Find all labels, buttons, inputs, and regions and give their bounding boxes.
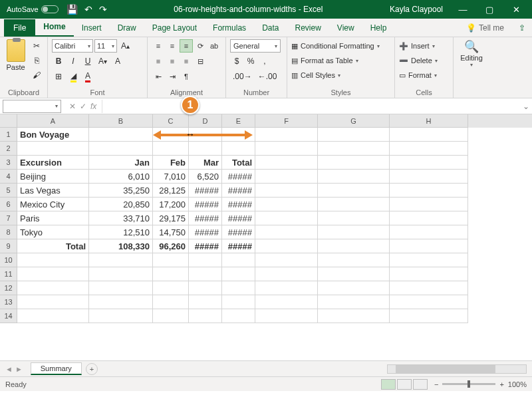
cell[interactable]: Las Vegas xyxy=(17,184,89,198)
page-layout-view-button[interactable] xyxy=(397,379,412,390)
cell[interactable]: Bon Voyage xyxy=(17,128,89,142)
align-left-button[interactable]: ≡ xyxy=(152,55,165,68)
cell[interactable]: Beijing xyxy=(17,170,89,184)
increase-decimal-button[interactable]: .00→ xyxy=(230,70,255,83)
cell[interactable]: Paris xyxy=(17,211,89,225)
add-sheet-button[interactable]: + xyxy=(86,363,98,375)
cell[interactable] xyxy=(189,295,222,309)
cell-styles-button[interactable]: ▥Cell Styles▾ xyxy=(291,68,390,82)
cell[interactable] xyxy=(318,211,390,225)
cell[interactable] xyxy=(89,267,153,281)
underline-button[interactable]: U xyxy=(81,55,94,68)
wrap-text-button[interactable]: ab xyxy=(207,39,221,53)
cell[interactable] xyxy=(390,142,468,156)
font-color-button[interactable]: A xyxy=(81,70,94,83)
cell[interactable]: 96,260 xyxy=(153,239,189,253)
cell[interactable] xyxy=(89,253,153,267)
tab-page-layout[interactable]: Page Layout xyxy=(144,19,205,37)
column-header-d[interactable]: D xyxy=(189,114,222,128)
cell[interactable] xyxy=(89,281,153,295)
cell[interactable] xyxy=(318,142,390,156)
cell[interactable]: 7,010 xyxy=(153,170,189,184)
cell[interactable] xyxy=(89,142,153,156)
decrease-decimal-button[interactable]: ←.00 xyxy=(255,70,280,83)
tab-file[interactable]: File xyxy=(4,19,35,37)
comma-button[interactable]: , xyxy=(258,55,271,68)
close-button[interactable]: ✕ xyxy=(503,0,529,19)
row-header[interactable]: 12 xyxy=(0,281,17,295)
cell[interactable] xyxy=(255,281,318,295)
redo-icon[interactable]: ↷ xyxy=(99,4,107,15)
align-center-button[interactable]: ≡ xyxy=(166,55,179,68)
cell[interactable] xyxy=(153,128,189,142)
formula-input[interactable] xyxy=(102,100,520,113)
cell[interactable]: 29,175 xyxy=(153,211,189,225)
increase-font-button[interactable]: A▴ xyxy=(118,39,132,53)
row-header[interactable]: 6 xyxy=(0,198,17,211)
cell[interactable]: ##### xyxy=(189,184,222,198)
cell[interactable] xyxy=(153,281,189,295)
expand-formula-bar-icon[interactable]: ⌄ xyxy=(520,102,532,111)
cell[interactable]: Mexico City xyxy=(17,198,89,211)
insert-cells-button[interactable]: ➕Insert▾ xyxy=(399,39,449,53)
cell[interactable] xyxy=(390,281,468,295)
autosave-toggle[interactable]: AutoSave xyxy=(7,5,59,13)
bold-button[interactable]: B xyxy=(52,55,65,68)
increase-indent-button[interactable]: ⇥ xyxy=(166,70,179,83)
cell[interactable]: ##### xyxy=(222,184,255,198)
cell[interactable] xyxy=(189,253,222,267)
cell[interactable] xyxy=(318,128,390,142)
row-header[interactable]: 13 xyxy=(0,295,17,309)
cell[interactable] xyxy=(189,142,222,156)
align-top-button[interactable]: ≡ xyxy=(152,39,165,53)
cell[interactable] xyxy=(255,198,318,211)
cell[interactable] xyxy=(17,281,89,295)
cell[interactable] xyxy=(390,170,468,184)
cell[interactable] xyxy=(189,267,222,281)
cell[interactable] xyxy=(222,281,255,295)
currency-button[interactable]: $ xyxy=(230,55,243,68)
cell[interactable]: 14,750 xyxy=(153,225,189,239)
cell[interactable] xyxy=(153,267,189,281)
cell[interactable] xyxy=(153,295,189,309)
tab-formulas[interactable]: Formulas xyxy=(205,19,254,37)
cell[interactable] xyxy=(390,198,468,211)
cell[interactable]: 17,200 xyxy=(153,198,189,211)
cell[interactable] xyxy=(318,267,390,281)
fill-color-button[interactable]: ◢ xyxy=(66,70,80,83)
row-header[interactable]: 2 xyxy=(0,142,17,156)
tab-insert[interactable]: Insert xyxy=(74,19,110,37)
cell[interactable] xyxy=(255,253,318,267)
column-header-f[interactable]: F xyxy=(255,114,318,128)
column-header-c[interactable]: C xyxy=(153,114,189,128)
delete-cells-button[interactable]: ➖Delete▾ xyxy=(399,54,449,67)
cell[interactable] xyxy=(222,142,255,156)
row-header[interactable]: 10 xyxy=(0,253,17,267)
cell[interactable] xyxy=(189,309,222,323)
enter-formula-icon[interactable]: ✓ xyxy=(80,102,86,111)
fx-icon[interactable]: fx xyxy=(90,102,96,111)
cell[interactable] xyxy=(318,225,390,239)
cell[interactable] xyxy=(318,239,390,253)
cell[interactable]: ##### xyxy=(222,239,255,253)
cell[interactable] xyxy=(255,156,318,170)
tab-review[interactable]: Review xyxy=(287,19,329,37)
row-header[interactable]: 8 xyxy=(0,225,17,239)
cell[interactable] xyxy=(222,253,255,267)
cell[interactable] xyxy=(255,184,318,198)
cell[interactable] xyxy=(89,295,153,309)
cell[interactable] xyxy=(89,309,153,323)
format-cells-button[interactable]: ▭Format▾ xyxy=(399,68,449,82)
zoom-control[interactable]: − + 100% xyxy=(434,380,527,388)
cell[interactable] xyxy=(153,309,189,323)
cell[interactable] xyxy=(255,309,318,323)
cell[interactable]: ##### xyxy=(222,225,255,239)
cell[interactable]: ##### xyxy=(189,198,222,211)
cell[interactable]: Jan xyxy=(89,156,153,170)
save-icon[interactable]: 💾 xyxy=(66,4,78,15)
cell[interactable] xyxy=(255,239,318,253)
cell[interactable] xyxy=(318,295,390,309)
horizontal-scrollbar[interactable] xyxy=(387,364,527,374)
cell[interactable] xyxy=(255,211,318,225)
cell[interactable] xyxy=(318,281,390,295)
